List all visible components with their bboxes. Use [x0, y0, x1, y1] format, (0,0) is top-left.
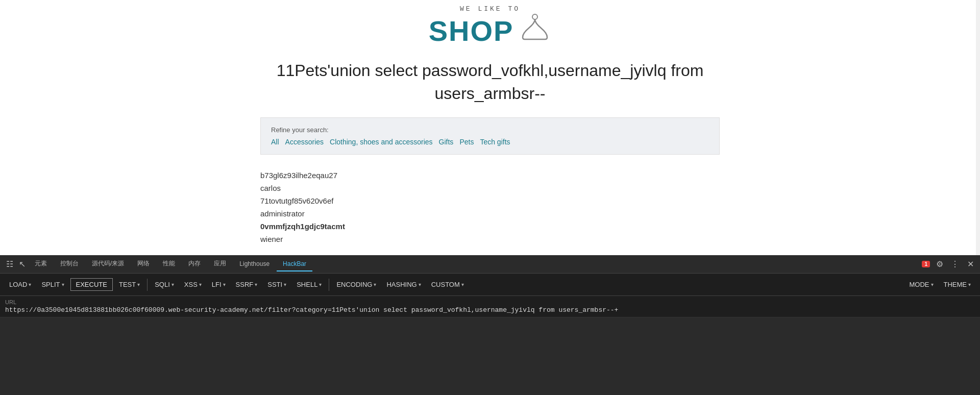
refine-label: Refine your search: [271, 126, 709, 134]
main-page: WE LIKE TO SHOP 11Pets'union select pass… [0, 0, 980, 255]
ssti-button[interactable]: SSTI▾ [263, 279, 290, 290]
lfi-button[interactable]: LFI▾ [208, 279, 230, 290]
settings-icon[interactable]: ⚙ [934, 259, 945, 270]
logo-shop: SHOP [429, 14, 514, 47]
custom-arrow: ▾ [461, 282, 464, 287]
url-bar: URL https://0a3500e1045d813881bb026c00f6… [0, 296, 980, 317]
encoding-arrow: ▾ [374, 282, 376, 287]
load-arrow: ▾ [29, 282, 31, 287]
more-icon[interactable]: ⋮ [949, 259, 961, 270]
refine-link-all[interactable]: All [271, 138, 279, 146]
search-title: 11Pets'union select password_vofkhl,user… [260, 59, 720, 105]
tab-elements[interactable]: 元素 [29, 256, 53, 272]
xss-arrow: ▾ [199, 282, 202, 287]
devtools-tab-icons: 1 ⚙ ⋮ ✕ [922, 259, 976, 270]
separator-2 [329, 279, 329, 291]
refine-link-accessories[interactable]: Accessories [285, 138, 324, 146]
tab-network[interactable]: 网络 [131, 256, 156, 272]
result-item: wiener [260, 233, 720, 245]
execute-button[interactable]: EXECUTE [70, 278, 113, 291]
logo-area: WE LIKE TO SHOP [429, 5, 552, 49]
devtools-panel: ☷ ↖ 元素 控制台 源代码/来源 网络 性能 内存 应用 [0, 255, 980, 395]
result-item: 0vmmfjzqh1gdjc9tacmt [260, 220, 720, 233]
hashing-button[interactable]: HASHING▾ [382, 279, 425, 290]
hanger-icon [519, 13, 551, 49]
tab-performance[interactable]: 性能 [157, 256, 181, 272]
split-arrow: ▾ [62, 282, 64, 287]
svg-point-0 [532, 14, 537, 19]
results-area: b73gl6z93ilhe2eqau27 carlos 71tovtutgf85… [260, 165, 720, 250]
result-item: b73gl6z93ilhe2eqau27 [260, 169, 720, 182]
sqli-button[interactable]: SQLI▾ [151, 279, 178, 290]
close-devtools-icon[interactable]: ✕ [965, 259, 976, 270]
hackbar-toolbar: LOAD▾ SPLIT▾ EXECUTE TEST▾ SQLI▾ XSS▾ LF… [0, 274, 980, 296]
refine-links: All Accessories Clothing, shoes and acce… [271, 138, 709, 146]
lfi-arrow: ▾ [223, 282, 226, 287]
error-badge: 1 [922, 261, 930, 267]
url-label: URL [5, 299, 975, 305]
sqli-arrow: ▾ [172, 282, 174, 287]
mode-arrow: ▾ [931, 282, 934, 287]
tab-lighthouse[interactable]: Lighthouse [233, 257, 276, 271]
url-value[interactable]: https://0a3500e1045d813881bb026c00f60009… [5, 306, 975, 314]
refine-link-pets[interactable]: Pets [459, 138, 474, 146]
refine-link-clothing[interactable]: Clothing, shoes and accessories [330, 138, 433, 146]
result-item: carlos [260, 182, 720, 194]
ssrf-arrow: ▾ [255, 282, 257, 287]
result-item: administrator [260, 207, 720, 220]
logo-row: SHOP [429, 13, 552, 49]
tab-sources[interactable]: 源代码/来源 [86, 256, 130, 272]
xss-button[interactable]: XSS▾ [180, 279, 206, 290]
theme-button[interactable]: THEME▾ [940, 279, 975, 290]
hackbar-right: MODE▾ THEME▾ [905, 279, 975, 290]
custom-button[interactable]: CUSTOM▾ [427, 279, 468, 290]
shell-button[interactable]: SHELL▾ [292, 279, 326, 290]
shell-arrow: ▾ [319, 282, 322, 287]
scrollbar[interactable] [976, 0, 980, 255]
tab-hackbar[interactable]: HackBar [277, 257, 312, 271]
refine-link-gifts[interactable]: Gifts [439, 138, 454, 146]
test-arrow: ▾ [137, 282, 140, 287]
ssrf-button[interactable]: SSRF▾ [232, 279, 262, 290]
mode-button[interactable]: MODE▾ [905, 279, 938, 290]
tab-application[interactable]: 应用 [208, 256, 232, 272]
split-button[interactable]: SPLIT▾ [37, 279, 68, 290]
inspector-icon[interactable]: ☷ [4, 259, 15, 270]
test-button[interactable]: TEST▾ [115, 279, 144, 290]
result-item: 71tovtutgf85v620v6ef [260, 194, 720, 207]
hashing-arrow: ▾ [419, 282, 421, 287]
encoding-button[interactable]: ENCODING▾ [332, 279, 380, 290]
refine-box: Refine your search: All Accessories Clot… [260, 117, 720, 155]
pointer-icon[interactable]: ↖ [16, 259, 28, 270]
separator-1 [147, 279, 148, 291]
devtools-tab-bar: ☷ ↖ 元素 控制台 源代码/来源 网络 性能 内存 应用 [0, 255, 980, 274]
refine-link-tech[interactable]: Tech gifts [480, 138, 510, 146]
tab-console[interactable]: 控制台 [54, 256, 85, 272]
load-button[interactable]: LOAD▾ [5, 279, 35, 290]
tab-memory[interactable]: 内存 [182, 256, 207, 272]
logo-top-text: WE LIKE TO [460, 5, 520, 13]
ssti-arrow: ▾ [284, 282, 286, 287]
theme-arrow: ▾ [968, 282, 971, 287]
